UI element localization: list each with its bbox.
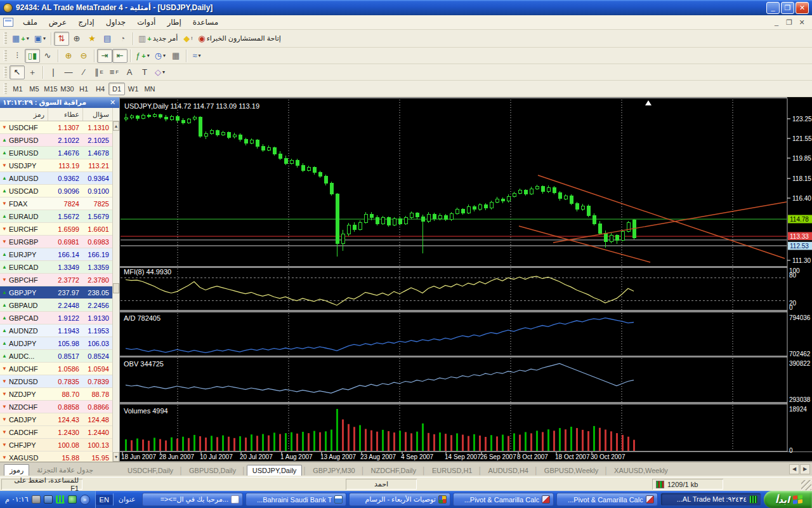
timeframe-m1[interactable]: M1 [10, 83, 26, 95]
quote-row-gbpusd[interactable]: ▲GBPUSD2.10222.1025 [0, 134, 113, 147]
task-button-4[interactable]: ...Pivot & Camarilla Calc [556, 493, 657, 506]
quote-row-audusd[interactable]: ▲AUDUSD0.93620.9364 [0, 172, 113, 185]
menu-window[interactable]: إطار [161, 17, 187, 28]
menu-insert[interactable]: إدارج [72, 17, 100, 28]
zoom-in-button[interactable]: ⊕ [61, 49, 76, 63]
quote-row-chfjpy[interactable]: ▼CHFJPY100.08100.13 [0, 439, 113, 451]
column-header-symbol[interactable]: رمز [0, 108, 48, 121]
quote-row-cadchf[interactable]: ▼CADCHF1.24301.2440 [0, 426, 113, 439]
quote-row-eurusd[interactable]: ▲EURUSD1.46761.4678 [0, 147, 113, 159]
menu-tools[interactable]: أدوات [131, 17, 161, 28]
quote-row-audchf[interactable]: ▼AUDCHF1.05861.0594 [0, 363, 113, 375]
zoom-out-button[interactable]: ⊖ [76, 49, 91, 63]
chart-canvas[interactable]: USDJPY,Daily 114.72 114.77 113.09 113.19… [120, 97, 812, 462]
quote-row-gbpchf[interactable]: ▼GBPCHF2.37722.3780 [0, 274, 113, 286]
tab-tick-chart[interactable]: جدول علامة التجزئة [32, 465, 98, 476]
candlestick-button[interactable]: ▯▮ [25, 49, 40, 63]
expert-advisors-button[interactable]: ◉إتاحة المستشارون الخبراء [195, 32, 284, 46]
quote-row-usdjpy[interactable]: ▼USDJPY113.19113.21 [0, 159, 113, 172]
column-header-bid[interactable]: عطاء [48, 108, 83, 121]
quote-row-audjpy[interactable]: ▲AUDJPY105.98106.03 [0, 337, 113, 350]
chart-tab-usdjpy[interactable]: USDJPY,Daily [247, 465, 303, 476]
quote-row-fdax[interactable]: ▼FDAX78247825 [0, 197, 113, 210]
periods-button[interactable]: ◷▾ [152, 49, 168, 63]
minimize-button[interactable]: _ [766, 2, 780, 14]
timeframe-h4[interactable]: H4 [92, 83, 108, 95]
templates-button[interactable]: ≈▾ [189, 49, 204, 63]
task-button-5[interactable]: ...AL Trade Met :٩٢٤٣٤ [660, 493, 761, 506]
network-tray-icon[interactable] [44, 495, 53, 504]
scroll-down-icon[interactable]: ▼ [113, 452, 119, 462]
menu-help[interactable]: مساعدة [187, 17, 225, 28]
chart-window-icon[interactable] [3, 18, 13, 27]
new-order-button[interactable]: ▥+أمر جديد [136, 32, 180, 46]
child-restore-button[interactable]: ❐ [785, 18, 794, 27]
chart-tab-usdchf[interactable]: USDCHF,Daily [122, 465, 178, 476]
timeframe-m5[interactable]: M5 [26, 83, 43, 95]
market-watch-scrollbar[interactable]: ▲ ▼ [112, 121, 119, 462]
task-button-0[interactable]: =><=مرحبا بك في ال... [142, 493, 243, 506]
strategy-tester-toggle[interactable]: ◔ [115, 32, 130, 46]
text-label-button[interactable]: T [137, 65, 152, 79]
timeframe-m30[interactable]: M30 [59, 83, 75, 95]
quote-row-usdcad[interactable]: ▲USDCAD0.90960.9100 [0, 185, 113, 197]
data-window-toggle[interactable]: ⊕ [69, 32, 84, 46]
chart-shift-toggle[interactable]: ⇤ [112, 49, 128, 63]
signal-tray-icon[interactable] [56, 495, 65, 504]
trendline-button[interactable]: ∕ [76, 65, 91, 79]
chart-tab-gbpusd[interactable]: GBPUSD,Weekly [539, 465, 603, 476]
navigator-toggle[interactable]: ★ [84, 32, 100, 46]
quote-row-audnzd[interactable]: ▲AUDNZD1.19431.1953 [0, 324, 113, 337]
quote-row-usdchf[interactable]: ▼USDCHF1.13071.1310 [0, 121, 113, 134]
menu-file[interactable]: ملف [17, 17, 43, 28]
crosshair-button[interactable]: ＋ [25, 65, 40, 79]
indicators-button[interactable]: ƒ+▾ [133, 49, 152, 63]
timeframe-mn[interactable]: MN [141, 83, 158, 95]
start-button[interactable]: ابدأ [764, 491, 812, 508]
quote-row-eurgbp[interactable]: ▼EURGBP0.69810.6983 [0, 236, 113, 248]
quote-row-cadjpy[interactable]: ▼CADJPY124.43124.48 [0, 413, 113, 426]
close-button[interactable]: ✕ [796, 2, 809, 14]
metaeditor-button[interactable]: ◆! [180, 32, 195, 46]
chart-tab-eurusd[interactable]: EURUSD,H1 [427, 465, 478, 476]
profiles-button[interactable]: ▣▾ [32, 32, 48, 46]
new-chart-button[interactable]: ▦+▾ [10, 32, 32, 46]
quote-row-audc[interactable]: ▲AUDC...0.85170.8524 [0, 350, 113, 363]
timeframe-m15[interactable]: M15 [43, 83, 59, 95]
timeframe-d1[interactable]: D1 [108, 83, 125, 95]
quote-row-eurcad[interactable]: ▲EURCAD1.33491.3359 [0, 261, 113, 274]
scroll-up-icon[interactable]: ▲ [113, 121, 119, 131]
chart-tab-gbpjpy[interactable]: GBPJPY,M30 [308, 465, 360, 476]
menu-view[interactable]: عرض [43, 17, 72, 28]
market-watch-toggle[interactable]: ⇅ [54, 32, 69, 46]
chart-tab-gbpusd[interactable]: GBPUSD,Daily [184, 465, 241, 476]
quote-row-xagusd[interactable]: ▼XAGUSD15.8815.95 [0, 451, 113, 462]
channel-button[interactable]: ∥E [91, 65, 107, 79]
market-watch-close-icon[interactable]: ✕ [108, 98, 117, 107]
maximize-button[interactable]: ❐ [781, 2, 794, 14]
vertical-line-button[interactable]: ❘ [46, 65, 61, 79]
arrows-button[interactable]: ◇▾ [152, 65, 167, 79]
text-button[interactable]: A [122, 65, 137, 79]
taskmanager-tray-icon[interactable] [32, 495, 41, 504]
timeframe-h1[interactable]: H1 [75, 83, 92, 95]
tab-symbols[interactable]: رموز [4, 464, 29, 476]
messenger-tray-icon[interactable] [68, 495, 77, 504]
quote-row-gbpjpy[interactable]: ▲GBPJPY237.97238.05 [0, 286, 113, 299]
chart-tab-nzdchf[interactable]: NZDCHF,Daily [366, 465, 422, 476]
timeframe-w1[interactable]: W1 [125, 83, 141, 95]
quote-row-gbpaud[interactable]: ▲GBPAUD2.24482.2456 [0, 299, 113, 312]
task-button-1[interactable]: ...Bahraini Saudi Bank T [246, 493, 346, 506]
grid-button[interactable]: ▦ [168, 49, 183, 63]
language-indicator[interactable]: EN [96, 495, 113, 505]
chart-tab-xauusd[interactable]: XAUUSD,Weekly [609, 465, 673, 476]
child-minimize-button[interactable]: _ [772, 18, 781, 27]
fibonacci-button[interactable]: ≡F [107, 65, 122, 79]
terminal-toggle[interactable]: ▤ [100, 32, 115, 46]
line-chart-button[interactable]: ∿ [40, 49, 55, 63]
child-close-button[interactable]: ✕ [797, 18, 806, 27]
quote-row-eurchf[interactable]: ▼EURCHF1.65991.6601 [0, 223, 113, 236]
cursor-button[interactable]: ↖ [10, 65, 25, 79]
quote-row-nzdusd[interactable]: ▼NZDUSD0.78350.7839 [0, 375, 113, 388]
bar-chart-button[interactable]: ⫶ [10, 49, 25, 63]
